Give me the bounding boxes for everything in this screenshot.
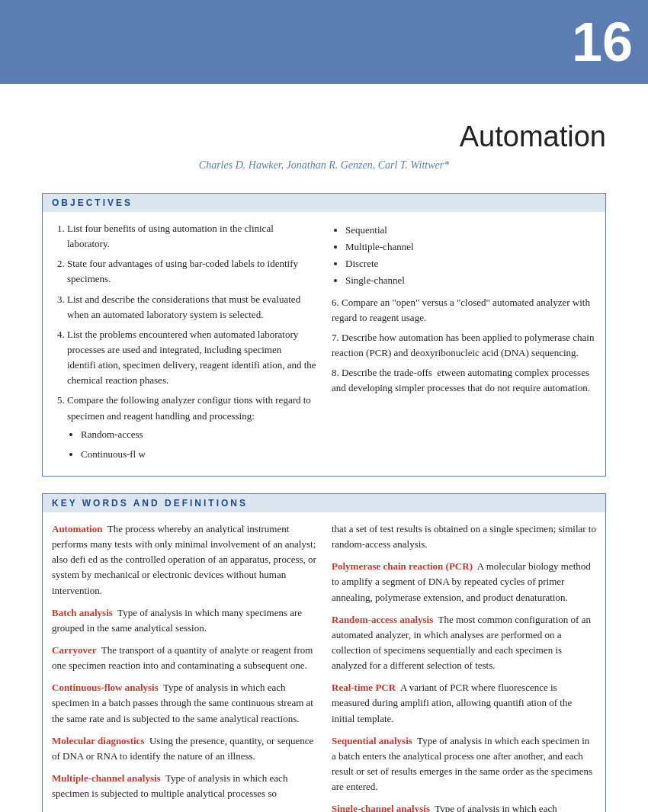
kw-single-channel: Single-channel analysis Type of analysis… <box>332 801 596 812</box>
kw-random-access-term: Random-access analysis <box>332 614 433 625</box>
kw-automation-term: Automation <box>52 523 102 534</box>
objective-item-1: List four benefits of using automation i… <box>67 221 316 252</box>
keywords-content: Automation The process whereby an analyt… <box>43 512 605 812</box>
keywords-header: KEY WORDS AND DEFINITIONS <box>43 494 605 512</box>
kw-pcr: Polymerase chain reaction (PCR) A molecu… <box>332 559 596 605</box>
kw-continuous-flow-term: Continuous-flow analysis <box>52 682 159 693</box>
kw-carryover: Carryover The transport of a quantity of… <box>52 643 316 673</box>
objective-item-7: 7. Describe how automation has been appl… <box>332 330 596 361</box>
kw-batch-term: Batch analysis <box>52 607 113 618</box>
kw-continuous-flow: Continuous-flow analysis Type of analysi… <box>52 680 316 726</box>
objective-item-3: List and describe the considerations tha… <box>67 292 316 323</box>
obj-bullet-single: Single-channel <box>345 273 596 288</box>
kw-sequential-term: Sequential analysis <box>332 735 412 746</box>
objective-item-6: 6. Compare an "open" versus a "closed" a… <box>332 295 596 326</box>
objectives-right-bullets: Sequential Multiple-channel Discrete Sin… <box>332 223 596 289</box>
kw-sequential: Sequential analysis Type of analysis in … <box>332 733 596 795</box>
kw-realtime-pcr-term: Real-time PCR <box>332 682 396 693</box>
kw-single-channel-term: Single-channel analysis <box>332 803 430 812</box>
kw-batch: Batch analysis Type of analysis in which… <box>52 605 316 636</box>
obj-bullet-sequential: Sequential <box>345 223 596 238</box>
objectives-header: OBJECTIVES <box>43 194 605 212</box>
obj-bullet-discrete: Discrete <box>345 256 596 271</box>
objective-item-5: Compare the following analyzer configur … <box>67 393 316 462</box>
kw-multiple-channel: Multiple-channel analysis Type of analys… <box>52 771 316 801</box>
objectives-right-col: Sequential Multiple-channel Discrete Sin… <box>332 221 596 467</box>
page-content: Automation Charles D. Hawker, Jonathan R… <box>0 84 648 812</box>
kw-multiple-continued: that a set of test results is obtained o… <box>332 522 596 552</box>
kw-realtime-pcr: Real-time PCR A variant of PCR where flu… <box>332 680 596 726</box>
top-header-bar: 16 <box>0 0 648 84</box>
objective-item-4: List the problems encountered when autom… <box>67 327 316 389</box>
keywords-section: KEY WORDS AND DEFINITIONS Automation The… <box>42 493 606 812</box>
chapter-number-box: 16 <box>557 0 648 84</box>
objective-item-2: State four advantages of using bar-coded… <box>67 256 316 287</box>
kw-carryover-term: Carryover <box>52 644 96 656</box>
objective-item-8: 8. Describe the trade-offs etween automa… <box>332 365 596 396</box>
authors-line: Charles D. Hawker, Jonathan R. Genzen, C… <box>42 159 606 172</box>
keywords-left-col: Automation The process whereby an analyt… <box>52 522 316 812</box>
kw-pcr-term: Polymerase chain reaction (PCR) <box>332 560 473 572</box>
obj-bullet-multiple: Multiple-channel <box>345 239 596 255</box>
chapter-title: Automation <box>42 120 606 153</box>
kw-molecular: Molecular diagnostics Using the presence… <box>52 733 316 764</box>
objectives-content: List four benefits of using automation i… <box>43 212 605 476</box>
keywords-right-col: that a set of test results is obtained o… <box>332 522 596 812</box>
kw-automation: Automation The process whereby an analyt… <box>52 522 316 599</box>
kw-random-access: Random-access analysis The most common c… <box>332 612 596 674</box>
obj-bullet-continuous: Continuous-fl w <box>81 447 316 462</box>
obj-bullet-random: Random-access <box>81 427 316 442</box>
objectives-list: List four benefits of using automation i… <box>52 221 316 462</box>
chapter-number: 16 <box>572 14 633 69</box>
objectives-left-col: List four benefits of using automation i… <box>52 221 316 467</box>
kw-multiple-channel-term: Multiple-channel analysis <box>52 772 161 784</box>
objectives-section: OBJECTIVES List four benefits of using a… <box>42 193 606 477</box>
kw-molecular-term: Molecular diagnostics <box>52 735 144 746</box>
